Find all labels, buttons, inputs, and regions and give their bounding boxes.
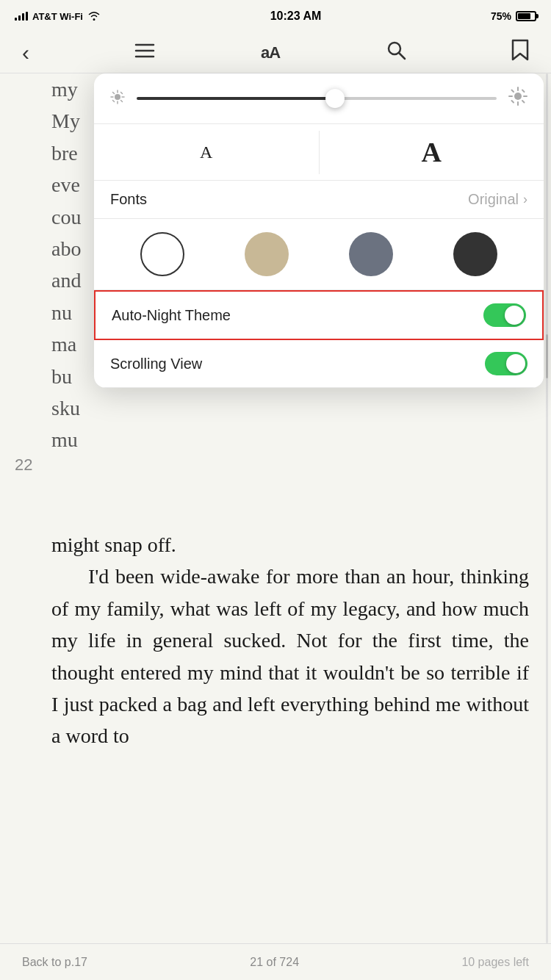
scrollbar[interactable] — [546, 73, 548, 943]
fonts-row[interactable]: Fonts Original › — [94, 181, 544, 219]
auto-night-row: Auto-Night Theme — [94, 290, 544, 340]
fonts-chevron-icon: › — [523, 192, 527, 207]
svg-line-10 — [113, 92, 115, 93]
svg-line-13 — [113, 100, 115, 101]
snap-text: might snap off. — [51, 529, 529, 561]
theme-colors-row — [94, 219, 544, 290]
page-position: 21 of 724 — [250, 956, 299, 969]
theme-dark-button[interactable] — [453, 232, 497, 276]
font-decrease-button[interactable]: A — [94, 131, 320, 174]
battery-percent: 75% — [491, 10, 511, 22]
scrolling-view-knob — [506, 354, 525, 373]
battery-icon — [516, 11, 536, 21]
wifi-icon — [87, 10, 101, 23]
bookmark-button[interactable] — [511, 39, 529, 66]
svg-line-11 — [121, 100, 123, 101]
brightness-high-icon — [508, 87, 527, 110]
svg-line-4 — [399, 53, 405, 59]
fonts-current-value: Original — [468, 191, 519, 208]
fonts-value-row[interactable]: Original › — [468, 191, 527, 208]
book-paragraph: I'd been wide-awake for more than an hou… — [51, 561, 529, 752]
page-number: 22 — [15, 455, 32, 475]
status-left: AT&T Wi-Fi — [15, 10, 101, 23]
brightness-row — [94, 73, 544, 124]
svg-line-22 — [512, 101, 514, 103]
search-button[interactable] — [386, 40, 406, 65]
scrolling-view-row: Scrolling View — [94, 340, 544, 388]
auto-night-toggle[interactable] — [483, 303, 526, 327]
theme-sepia-button[interactable] — [245, 232, 289, 276]
scrollbar-thumb[interactable] — [546, 334, 548, 378]
svg-line-21 — [522, 90, 525, 93]
scrolling-view-toggle[interactable] — [485, 352, 527, 375]
theme-gray-button[interactable] — [349, 232, 393, 276]
reading-toolbar: ‹ aA — [0, 32, 551, 73]
svg-point-14 — [514, 93, 522, 100]
brightness-low-icon — [110, 90, 125, 108]
auto-night-knob — [505, 306, 524, 325]
svg-point-5 — [115, 94, 120, 100]
svg-line-19 — [512, 90, 514, 93]
font-size-row: A A — [94, 124, 544, 181]
toc-button[interactable] — [134, 41, 155, 64]
carrier-label: AT&T Wi-Fi — [32, 11, 83, 22]
settings-panel: A A Fonts Original › Auto-Night Theme Sc… — [94, 73, 544, 388]
scrolling-view-label: Scrolling View — [110, 356, 202, 372]
status-time: 10:23 AM — [270, 10, 322, 23]
svg-line-20 — [522, 101, 525, 103]
fonts-label: Fonts — [110, 191, 147, 208]
brightness-slider[interactable] — [137, 97, 497, 100]
status-right: 75% — [491, 10, 536, 22]
back-button[interactable]: ‹ — [22, 40, 29, 65]
font-settings-button[interactable]: aA — [261, 43, 280, 62]
pages-left-label: 10 pages left — [461, 956, 529, 969]
bottom-bar: Back to p.17 21 of 724 10 pages left — [0, 943, 551, 980]
signal-icon — [15, 12, 28, 21]
theme-white-button[interactable] — [140, 232, 184, 276]
status-bar: AT&T Wi-Fi 10:23 AM 75% — [0, 0, 551, 32]
svg-line-12 — [121, 92, 123, 93]
auto-night-label: Auto-Night Theme — [112, 307, 231, 324]
back-to-page-button[interactable]: Back to p.17 — [22, 956, 87, 969]
font-increase-button[interactable]: A — [320, 124, 544, 180]
book-main-content: might snap off. I'd been wide-awake for … — [51, 529, 529, 752]
